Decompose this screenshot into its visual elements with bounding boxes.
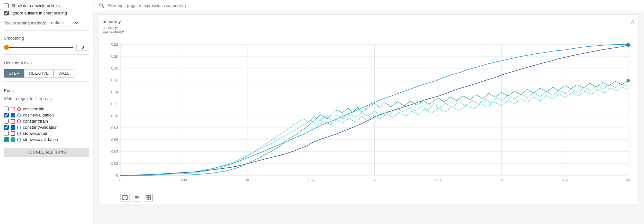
smoothing-input[interactable]	[76, 44, 89, 51]
run-dot-constant-train	[17, 119, 21, 123]
smoothing-label: Smoothing	[4, 36, 89, 41]
chart-svg: .grid-line { stroke: #e0e0e0; stroke-wid…	[103, 35, 635, 192]
tooltip-sorting-select[interactable]: default ascending descending	[49, 19, 79, 26]
show-download-checkbox[interactable]	[4, 3, 9, 8]
svg-text:0.02: 0.02	[111, 162, 118, 165]
svg-rect-52	[146, 198, 148, 200]
chart-toolbar	[103, 194, 635, 201]
chart-title-row: accuracy ∧	[103, 18, 635, 25]
run-color-stepwise-validation	[11, 137, 15, 142]
show-download-row: Show data download links	[4, 3, 89, 8]
chart-area: accuracy ∧ accuracy tag: accuracy .grid-…	[93, 11, 644, 224]
run-checkbox-cosine-train[interactable]	[4, 107, 9, 111]
axis-btn-relative[interactable]: RELATIVE	[24, 69, 53, 78]
run-item-cosine-train: cosine/train	[4, 107, 89, 111]
svg-rect-51	[149, 195, 150, 197]
expand-chart-button[interactable]	[120, 194, 130, 201]
tooltip-sorting-label: Tooltip sorting method:	[4, 21, 46, 25]
chart-title: accuracy	[103, 19, 121, 24]
svg-rect-50	[146, 195, 148, 197]
svg-text:1k: 1k	[245, 178, 249, 182]
svg-text:4k: 4k	[626, 178, 630, 182]
run-dot-stepwise-train	[17, 132, 21, 135]
svg-text:3.5k: 3.5k	[562, 178, 569, 182]
run-checkbox-cosine-validation[interactable]	[4, 113, 9, 117]
chart-subtitle-tag: accuracy	[103, 26, 117, 30]
svg-text:0.10: 0.10	[111, 114, 118, 118]
axis-btn-step[interactable]: STEP	[4, 69, 24, 78]
run-dot-stepwise-validation	[17, 138, 21, 142]
svg-text:0.06: 0.06	[111, 138, 118, 142]
svg-text:2.5k: 2.5k	[435, 178, 441, 182]
run-dot-constant-validation	[17, 126, 21, 129]
run-name-cosine-validation: cosine/validation	[23, 113, 54, 117]
svg-text:0.14: 0.14	[111, 90, 118, 94]
list-icon	[134, 195, 139, 200]
svg-text:1.5k: 1.5k	[308, 178, 314, 182]
svg-text:500: 500	[181, 178, 187, 182]
runs-filter-input[interactable]	[4, 96, 89, 102]
svg-text:0: 0	[116, 173, 118, 177]
axis-btn-wall[interactable]: WALL	[53, 69, 74, 78]
svg-text:0.16: 0.16	[111, 78, 118, 82]
run-color-constant-validation	[11, 125, 15, 130]
run-dot-cosine-validation	[17, 113, 21, 117]
ignore-outliers-row: Ignore outliers in chart scaling	[4, 11, 89, 15]
sidebar: Show data download links Ignore outliers…	[0, 0, 93, 224]
svg-text:0.12: 0.12	[111, 102, 118, 106]
svg-rect-53	[149, 198, 150, 200]
endpoint-constant-validation	[627, 43, 630, 46]
svg-text:2k: 2k	[373, 178, 377, 182]
run-name-constant-validation: constant/validation	[23, 125, 58, 130]
tooltip-sorting-row: Tooltip sorting method: default ascendin…	[4, 19, 89, 26]
search-icon: 🔍	[99, 3, 105, 8]
run-color-cosine-validation	[11, 113, 15, 117]
chart-canvas: .grid-line { stroke: #e0e0e0; stroke-wid…	[103, 35, 635, 192]
runs-list: cosine/train cosine/validation constant/…	[4, 107, 89, 142]
divider-2	[4, 54, 89, 55]
svg-text:0: 0	[120, 178, 121, 182]
run-color-constant-train	[11, 119, 15, 124]
run-checkbox-constant-validation[interactable]	[4, 125, 9, 130]
divider-3	[4, 81, 89, 82]
run-checkbox-stepwise-train[interactable]	[4, 131, 9, 136]
chart-subtitle-label: tag: accuracy	[103, 30, 124, 33]
toggle-all-runs-button[interactable]: TOGGLE ALL RUNS	[4, 148, 89, 157]
run-name-constant-train: constant/train	[23, 119, 48, 124]
main-area: 🔍 accuracy ∧ accuracy tag: accuracy .gri…	[93, 0, 644, 224]
runs-filter	[4, 96, 89, 102]
smoothing-slider[interactable]	[4, 47, 74, 48]
show-download-label: Show data download links	[11, 3, 60, 8]
run-color-stepwise-train	[11, 131, 15, 136]
chart-subtitle: accuracy tag: accuracy	[103, 26, 635, 33]
run-item-stepwise-validation: stepwise/validation	[4, 137, 89, 142]
fit-view-button[interactable]	[144, 194, 153, 201]
ignore-outliers-checkbox[interactable]	[4, 11, 9, 15]
divider-1	[4, 30, 89, 31]
svg-text:0.18: 0.18	[111, 66, 118, 70]
run-item-constant-train: constant/train	[4, 119, 89, 124]
run-item-constant-validation: constant/validation	[4, 125, 89, 130]
list-view-button[interactable]	[132, 194, 141, 201]
runs-label: Runs	[4, 88, 89, 93]
run-item-stepwise-train: stepwise/train	[4, 131, 89, 136]
chart-collapse-button[interactable]: ∧	[630, 18, 635, 25]
svg-text:0.22: 0.22	[111, 42, 118, 46]
run-item-cosine-validation: cosine/validation	[4, 113, 89, 117]
run-dot-cosine-train	[17, 107, 21, 111]
run-name-stepwise-train: stepwise/train	[23, 131, 48, 136]
svg-text:3k: 3k	[499, 178, 503, 182]
fit-icon	[146, 195, 151, 200]
expand-icon	[122, 195, 128, 200]
smoothing-row	[4, 44, 89, 51]
axis-buttons-group: STEP RELATIVE WALL	[4, 69, 89, 78]
filter-tags-input[interactable]	[107, 3, 639, 8]
run-checkbox-constant-train[interactable]	[4, 119, 9, 124]
accuracy-chart-card: accuracy ∧ accuracy tag: accuracy .grid-…	[99, 14, 639, 204]
run-checkbox-stepwise-validation[interactable]	[4, 137, 9, 142]
svg-text:0.04: 0.04	[111, 150, 118, 154]
ignore-outliers-label: Ignore outliers in chart scaling	[11, 11, 67, 15]
run-color-cosine-train	[11, 107, 15, 111]
endpoint-stepwise-validation	[627, 79, 630, 82]
horizontal-axis-label: Horizontal Axis	[4, 61, 89, 65]
